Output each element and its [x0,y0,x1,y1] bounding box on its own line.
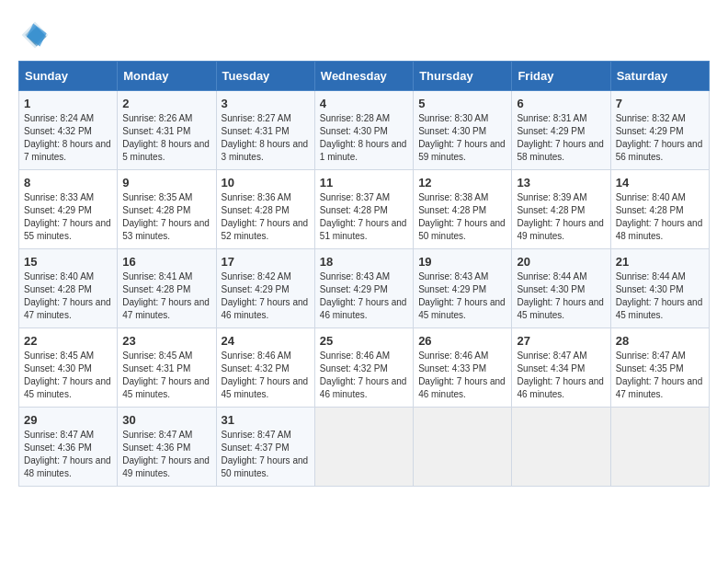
calendar-week-1: 1Sunrise: 8:24 AM Sunset: 4:32 PM Daylig… [19,91,710,170]
day-number: 1 [24,97,112,110]
calendar-week-4: 22Sunrise: 8:45 AM Sunset: 4:30 PM Dayli… [19,328,710,408]
day-number: 31 [222,413,310,427]
calendar-cell: 7Sunrise: 8:32 AM Sunset: 4:29 PM Daylig… [610,91,709,170]
day-number: 14 [616,176,704,190]
calendar-cell: 14Sunrise: 8:40 AM Sunset: 4:28 PM Dayli… [610,170,709,249]
calendar-cell: 27Sunrise: 8:47 AM Sunset: 4:34 PM Dayli… [512,328,610,408]
day-number: 25 [320,334,408,348]
calendar-week-3: 15Sunrise: 8:40 AM Sunset: 4:28 PM Dayli… [19,249,710,328]
day-info: Sunrise: 8:30 AM Sunset: 4:30 PM Dayligh… [418,112,506,164]
day-info: Sunrise: 8:43 AM Sunset: 4:29 PM Dayligh… [320,270,408,322]
day-info: Sunrise: 8:43 AM Sunset: 4:29 PM Dayligh… [418,270,506,322]
day-info: Sunrise: 8:45 AM Sunset: 4:31 PM Dayligh… [122,350,210,401]
calendar-week-5: 29Sunrise: 8:47 AM Sunset: 4:36 PM Dayli… [19,408,710,487]
day-info: Sunrise: 8:39 AM Sunset: 4:28 PM Dayligh… [517,191,605,243]
calendar-table: SundayMondayTuesdayWednesdayThursdayFrid… [18,61,710,487]
day-info: Sunrise: 8:44 AM Sunset: 4:30 PM Dayligh… [616,270,704,322]
day-number: 10 [222,176,310,190]
calendar-cell: 30Sunrise: 8:47 AM Sunset: 4:36 PM Dayli… [118,408,216,487]
day-number: 9 [122,176,210,190]
day-info: Sunrise: 8:27 AM Sunset: 4:31 PM Dayligh… [222,112,310,164]
weekday-header-tuesday: Tuesday [216,62,314,91]
day-number: 6 [517,97,605,110]
day-number: 29 [24,413,112,427]
day-number: 16 [122,255,210,269]
day-info: Sunrise: 8:47 AM Sunset: 4:34 PM Dayligh… [517,350,605,401]
day-info: Sunrise: 8:40 AM Sunset: 4:28 PM Dayligh… [616,191,704,243]
calendar-header: SundayMondayTuesdayWednesdayThursdayFrid… [19,62,710,91]
day-info: Sunrise: 8:46 AM Sunset: 4:32 PM Dayligh… [222,350,310,401]
day-info: Sunrise: 8:26 AM Sunset: 4:31 PM Dayligh… [122,112,210,164]
day-number: 5 [418,97,506,110]
calendar-cell: 23Sunrise: 8:45 AM Sunset: 4:31 PM Dayli… [118,328,216,408]
day-number: 30 [122,413,210,427]
day-number: 15 [24,255,112,269]
day-number: 4 [320,97,408,110]
calendar-cell: 5Sunrise: 8:30 AM Sunset: 4:30 PM Daylig… [414,91,512,170]
day-number: 2 [122,97,210,110]
day-number: 8 [24,176,112,190]
day-info: Sunrise: 8:47 AM Sunset: 4:36 PM Dayligh… [24,429,112,480]
calendar-body: 1Sunrise: 8:24 AM Sunset: 4:32 PM Daylig… [19,91,710,487]
day-info: Sunrise: 8:28 AM Sunset: 4:30 PM Dayligh… [320,112,408,164]
day-info: Sunrise: 8:41 AM Sunset: 4:28 PM Dayligh… [122,270,210,322]
calendar-cell: 19Sunrise: 8:43 AM Sunset: 4:29 PM Dayli… [414,249,512,328]
day-number: 20 [517,255,605,269]
calendar-cell [414,408,512,487]
day-number: 17 [222,255,310,269]
day-info: Sunrise: 8:42 AM Sunset: 4:29 PM Dayligh… [222,270,310,322]
day-number: 7 [616,97,704,110]
weekday-header-sunday: Sunday [19,62,118,91]
calendar-cell: 4Sunrise: 8:28 AM Sunset: 4:30 PM Daylig… [314,91,413,170]
day-number: 27 [517,334,605,348]
day-info: Sunrise: 8:46 AM Sunset: 4:32 PM Dayligh… [320,350,408,401]
calendar-cell: 25Sunrise: 8:46 AM Sunset: 4:32 PM Dayli… [314,328,413,408]
day-info: Sunrise: 8:37 AM Sunset: 4:28 PM Dayligh… [320,191,408,243]
day-info: Sunrise: 8:38 AM Sunset: 4:28 PM Dayligh… [418,191,506,243]
calendar-cell: 29Sunrise: 8:47 AM Sunset: 4:36 PM Dayli… [19,408,118,487]
weekday-header-friday: Friday [512,62,610,91]
calendar-cell: 17Sunrise: 8:42 AM Sunset: 4:29 PM Dayli… [216,249,314,328]
day-number: 23 [122,334,210,348]
day-number: 19 [418,255,506,269]
calendar-cell: 8Sunrise: 8:33 AM Sunset: 4:29 PM Daylig… [19,170,118,249]
day-info: Sunrise: 8:47 AM Sunset: 4:35 PM Dayligh… [616,350,704,401]
day-info: Sunrise: 8:36 AM Sunset: 4:28 PM Dayligh… [222,191,310,243]
calendar-cell: 18Sunrise: 8:43 AM Sunset: 4:29 PM Dayli… [314,249,413,328]
day-number: 13 [517,176,605,190]
calendar-cell: 13Sunrise: 8:39 AM Sunset: 4:28 PM Dayli… [512,170,610,249]
calendar-cell: 16Sunrise: 8:41 AM Sunset: 4:28 PM Dayli… [118,249,216,328]
day-number: 18 [320,255,408,269]
calendar-cell [610,408,709,487]
day-number: 11 [320,176,408,190]
calendar-cell: 12Sunrise: 8:38 AM Sunset: 4:28 PM Dayli… [414,170,512,249]
calendar-cell: 31Sunrise: 8:47 AM Sunset: 4:37 PM Dayli… [216,408,314,487]
calendar-cell [314,408,413,487]
calendar-cell: 22Sunrise: 8:45 AM Sunset: 4:30 PM Dayli… [19,328,118,408]
day-number: 3 [222,97,310,110]
calendar-cell: 10Sunrise: 8:36 AM Sunset: 4:28 PM Dayli… [216,170,314,249]
weekday-header-saturday: Saturday [610,62,709,91]
calendar-cell: 11Sunrise: 8:37 AM Sunset: 4:28 PM Dayli… [314,170,413,249]
day-number: 26 [418,334,506,348]
calendar-cell: 26Sunrise: 8:46 AM Sunset: 4:33 PM Dayli… [414,328,512,408]
day-number: 21 [616,255,704,269]
logo-icon [18,18,51,52]
day-info: Sunrise: 8:40 AM Sunset: 4:28 PM Dayligh… [24,270,112,322]
day-number: 24 [222,334,310,348]
day-info: Sunrise: 8:31 AM Sunset: 4:29 PM Dayligh… [517,112,605,164]
day-info: Sunrise: 8:45 AM Sunset: 4:30 PM Dayligh… [24,350,112,401]
day-number: 28 [616,334,704,348]
calendar-week-2: 8Sunrise: 8:33 AM Sunset: 4:29 PM Daylig… [19,170,710,249]
weekday-header-thursday: Thursday [414,62,512,91]
page-header [18,18,710,52]
weekday-header-wednesday: Wednesday [314,62,413,91]
calendar-cell: 15Sunrise: 8:40 AM Sunset: 4:28 PM Dayli… [19,249,118,328]
calendar-cell: 1Sunrise: 8:24 AM Sunset: 4:32 PM Daylig… [19,91,118,170]
day-info: Sunrise: 8:47 AM Sunset: 4:37 PM Dayligh… [222,429,310,480]
calendar-cell [512,408,610,487]
day-info: Sunrise: 8:35 AM Sunset: 4:28 PM Dayligh… [122,191,210,243]
day-number: 12 [418,176,506,190]
calendar-cell: 9Sunrise: 8:35 AM Sunset: 4:28 PM Daylig… [118,170,216,249]
day-info: Sunrise: 8:32 AM Sunset: 4:29 PM Dayligh… [616,112,704,164]
